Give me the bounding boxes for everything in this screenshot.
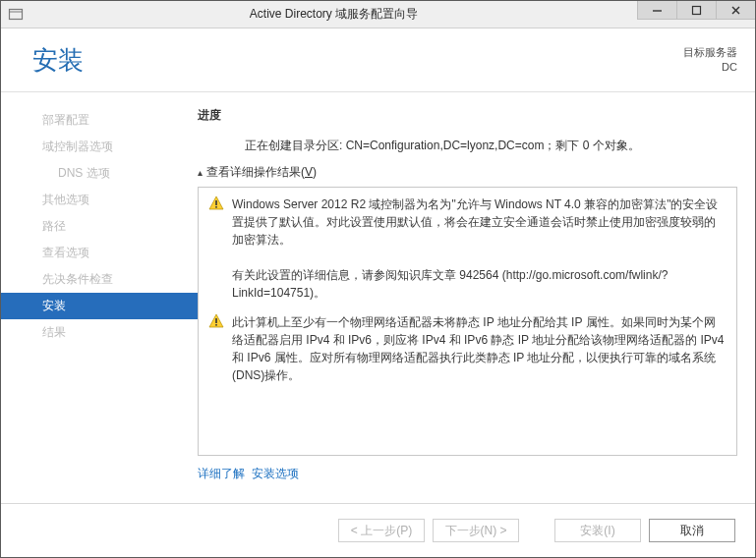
result-text: Windows Server 2012 R2 域控制器为名为"允许与 Windo… (232, 195, 727, 302)
svg-rect-10 (215, 318, 217, 323)
progress-text: 正在创建目录分区: CN=Configuration,DC=lyonz,DC=c… (245, 138, 737, 154)
section-title: 进度 (198, 107, 737, 124)
svg-rect-0 (10, 9, 23, 19)
results-box: Windows Server 2012 R2 域控制器为名为"允许与 Windo… (198, 187, 737, 456)
title-bar: Active Directory 域服务配置向导 (1, 1, 755, 28)
install-button: 安装(I) (554, 519, 641, 542)
maximize-button[interactable] (676, 1, 716, 20)
result-text: 此计算机上至少有一个物理网络适配器未将静态 IP 地址分配给其 IP 属性。如果… (232, 313, 727, 384)
install-options-link[interactable]: 安装选项 (252, 467, 299, 480)
sidebar-item-dc-options[interactable]: 域控制器选项 (1, 134, 198, 160)
sidebar: 部署配置 域控制器选项 DNS 选项 其他选项 路径 查看选项 先决条件检查 安… (1, 92, 198, 503)
learn-more-link[interactable]: 详细了解 (198, 467, 245, 480)
svg-rect-11 (215, 324, 217, 326)
wizard-window: Active Directory 域服务配置向导 安装 目标服务器 DC 部署配… (0, 0, 756, 558)
target-server-label: 目标服务器 (683, 45, 737, 60)
next-button: 下一步(N) > (433, 519, 519, 542)
sidebar-item-results[interactable]: 结果 (1, 319, 198, 346)
footer: < 上一步(P) 下一步(N) > 安装(I) 取消 (1, 503, 755, 557)
window-title: Active Directory 域服务配置向导 (30, 1, 637, 28)
sidebar-item-additional[interactable]: 其他选项 (1, 187, 198, 213)
sidebar-item-label: 域控制器选项 (42, 140, 113, 153)
svg-rect-3 (693, 6, 701, 14)
target-server-name: DC (683, 60, 737, 75)
sidebar-item-label: 先决条件检查 (42, 272, 113, 286)
cancel-button[interactable]: 取消 (649, 519, 735, 542)
result-item: 此计算机上至少有一个物理网络适配器未将静态 IP 地址分配给其 IP 属性。如果… (208, 313, 727, 384)
body: 部署配置 域控制器选项 DNS 选项 其他选项 路径 查看选项 先决条件检查 安… (1, 92, 755, 503)
header-strip: 安装 目标服务器 DC (1, 28, 755, 92)
sidebar-item-label: 路径 (42, 219, 66, 233)
warning-icon (208, 195, 224, 211)
svg-rect-7 (215, 200, 217, 205)
sidebar-item-paths[interactable]: 路径 (1, 213, 198, 240)
expand-results-toggle[interactable]: ▴ 查看详细操作结果(V) (198, 164, 737, 181)
sidebar-item-deploy-config[interactable]: 部署配置 (1, 107, 198, 134)
warning-icon (208, 313, 224, 329)
svg-rect-8 (215, 206, 217, 208)
sidebar-item-label: 安装 (42, 299, 66, 312)
target-server: 目标服务器 DC (683, 45, 737, 75)
sidebar-item-install[interactable]: 安装 (1, 293, 198, 319)
sidebar-item-label: 部署配置 (42, 113, 89, 127)
sidebar-item-prereq[interactable]: 先决条件检查 (1, 266, 198, 293)
sidebar-item-label: DNS 选项 (58, 166, 110, 180)
system-icon (1, 1, 30, 28)
sidebar-item-dns-options[interactable]: DNS 选项 (1, 160, 198, 187)
chevron-up-icon: ▴ (198, 167, 203, 178)
sidebar-item-label: 结果 (42, 325, 66, 339)
main-panel: 进度 正在创建目录分区: CN=Configuration,DC=lyonz,D… (198, 92, 755, 503)
sidebar-item-label: 其他选项 (42, 193, 89, 206)
more-info-row: 详细了解 安装选项 (198, 466, 737, 482)
prev-button: < 上一步(P) (338, 519, 425, 542)
sidebar-item-review[interactable]: 查看选项 (1, 240, 198, 266)
result-item: Windows Server 2012 R2 域控制器为名为"允许与 Windo… (208, 195, 727, 302)
window-buttons (637, 1, 755, 28)
sidebar-item-label: 查看选项 (42, 246, 89, 259)
minimize-button[interactable] (637, 1, 676, 20)
page-title: 安装 (32, 43, 683, 78)
expander-label: 查看详细操作结果(V) (206, 164, 317, 181)
close-button[interactable] (716, 1, 755, 20)
